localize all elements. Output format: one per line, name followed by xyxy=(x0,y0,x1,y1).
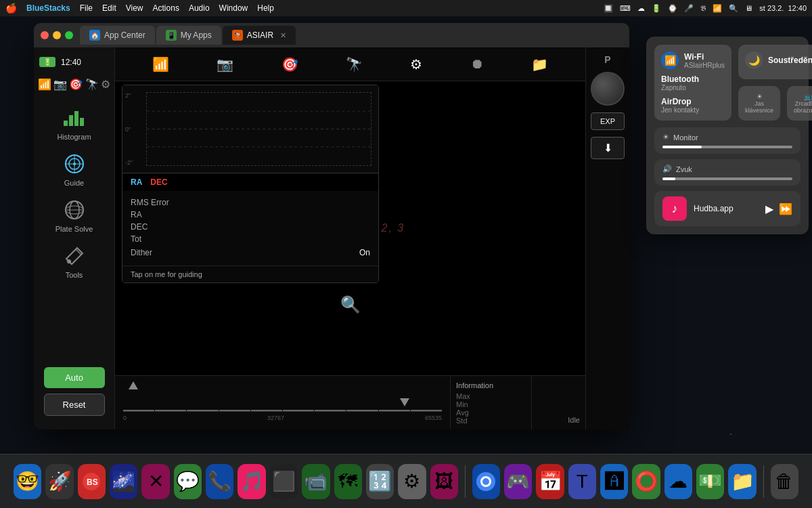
svg-point-8 xyxy=(73,163,76,165)
gear-icon[interactable]: ⚙ xyxy=(101,78,110,91)
menubar-icon-wifi[interactable]: 📶 xyxy=(713,4,722,13)
auto-button[interactable]: Auto xyxy=(44,367,105,388)
dock-facetime[interactable]: 📹 xyxy=(302,464,330,499)
dock-finder[interactable]: 🤓 xyxy=(14,464,41,499)
menubar-icon-screen[interactable]: 🖥 xyxy=(745,4,752,12)
dock-app1[interactable]: BS xyxy=(78,464,106,499)
cc-monitor-row: ☀ Monitor xyxy=(654,127,800,154)
close-button[interactable] xyxy=(41,31,49,39)
toolbar-settings-icon[interactable]: ⚙ xyxy=(410,56,422,72)
play-button[interactable]: ▶ xyxy=(765,203,773,215)
help-menu[interactable]: Help xyxy=(257,3,274,13)
zoom-in-icon[interactable]: 🔍 xyxy=(340,295,361,314)
dock-trash[interactable]: 🗑 xyxy=(771,464,798,499)
sidebar-header: 🔋 12:40 xyxy=(34,54,114,70)
chart-area[interactable] xyxy=(146,92,371,166)
dock-phone[interactable]: 📞 xyxy=(206,464,233,499)
dock-chrome[interactable] xyxy=(472,464,500,499)
dock-calc[interactable]: 🔢 xyxy=(366,464,394,499)
target-icon[interactable]: 🎯 xyxy=(69,78,83,91)
dock-calendar[interactable]: 📅 xyxy=(536,464,564,499)
toolbar-target-icon[interactable]: 🎯 xyxy=(281,56,298,72)
dock-stellarium[interactable]: 🌌 xyxy=(110,464,137,499)
toolbar-scope-icon[interactable]: 🔭 xyxy=(346,56,363,72)
info-max-row: Max xyxy=(456,392,526,400)
hist-label-max: 65535 xyxy=(425,415,442,421)
cc-tile-focus[interactable]: 🌙 Soustředění xyxy=(738,45,812,79)
download-button[interactable]: ⬇ xyxy=(591,137,625,159)
window-titlebar: 🏠 App Center 📱 My Apps 🔭 ASIAIR ✕ xyxy=(34,23,629,47)
dock-appstore[interactable]: 🅰 xyxy=(600,464,628,499)
dock-terminal[interactable]: ⬛ xyxy=(270,464,298,499)
tab-app-center[interactable]: 🏠 App Center xyxy=(80,26,155,45)
menubar-icon-search[interactable]: 🔍 xyxy=(729,4,738,13)
dial-knob[interactable] xyxy=(591,72,625,106)
monitor-slider[interactable] xyxy=(662,146,792,148)
cc-tile-wifi[interactable]: 📶 Wi-Fi ASIairHRplus Bluetooth Zapnuto A… xyxy=(654,45,731,121)
dock-maps[interactable]: 🗺 xyxy=(334,464,362,499)
menubar-icon-bluetooth[interactable]: 𝔅 xyxy=(700,4,706,13)
dock-cashapp[interactable]: 💵 xyxy=(696,464,724,499)
cc-bluetooth-title: Bluetooth xyxy=(661,75,725,84)
info-std-row: Std xyxy=(456,417,526,425)
camera-icon[interactable]: 📷 xyxy=(53,78,67,91)
status-bar: Idle xyxy=(531,376,585,429)
dock-messages[interactable]: 💬 xyxy=(174,464,202,499)
sidebar-item-plate-solve[interactable]: Plate Solve xyxy=(55,198,93,233)
edit-menu[interactable]: Edit xyxy=(102,3,116,13)
file-menu[interactable]: File xyxy=(80,3,93,13)
menubar-icon-1[interactable]: 🔲 xyxy=(604,4,613,13)
tap-guide-text[interactable]: Tap on me for guiding xyxy=(122,266,378,282)
cc-zvuk-title: 🔊 Zvuk xyxy=(662,165,792,173)
dock-music[interactable]: 🎵 xyxy=(238,464,265,499)
toolbar-camera-icon[interactable]: 📷 xyxy=(217,56,233,72)
dock-chrome2[interactable]: ⭕ xyxy=(632,464,660,499)
cc-tile-mirror[interactable]: 📺 Zrcadlení obrazovky xyxy=(787,86,812,121)
tab-asiair[interactable]: 🔭 ASIAIR ✕ xyxy=(223,26,296,45)
maximize-button[interactable] xyxy=(65,31,73,39)
dock-app3[interactable]: 🎮 xyxy=(504,464,532,499)
tab-close-button[interactable]: ✕ xyxy=(280,31,286,40)
sidebar-item-guide[interactable]: Guide xyxy=(62,152,87,187)
ra-row: RA xyxy=(131,209,370,221)
dock-settings[interactable]: ⚙ xyxy=(398,464,426,499)
bluestacks-menu[interactable]: BlueStacks xyxy=(26,3,70,13)
hist-bar xyxy=(187,410,218,411)
zvuk-slider[interactable] xyxy=(662,177,792,180)
telescope-icon[interactable]: 🔭 xyxy=(85,78,99,91)
dock-files[interactable]: 📁 xyxy=(728,464,756,499)
toolbar-folder-icon[interactable]: 📁 xyxy=(531,56,548,72)
guide-nav-icon xyxy=(62,152,87,176)
dock-teams[interactable]: T xyxy=(568,464,596,499)
actions-menu[interactable]: Actions xyxy=(153,3,179,13)
dock-launchpad[interactable]: 🚀 xyxy=(45,464,73,499)
exp-button[interactable]: EXP xyxy=(591,112,625,130)
menubar-icon-watch[interactable]: ⌚ xyxy=(668,4,677,13)
window-menu[interactable]: Window xyxy=(219,3,248,13)
hist-bar xyxy=(411,410,442,411)
dock-app2[interactable]: ✕ xyxy=(141,464,169,499)
cc-tile-brightness[interactable]: ☀ Jas klávesnice xyxy=(738,86,780,121)
dock-icloud[interactable]: ☁ xyxy=(664,464,692,499)
toolbar-wifi-icon[interactable]: 📶 xyxy=(152,56,169,72)
tab-my-apps[interactable]: 📱 My Apps xyxy=(156,26,221,45)
music-app-name: Hudba.app xyxy=(694,204,759,213)
dither-value: On xyxy=(359,248,370,257)
menubar-icon-mic[interactable]: 🎤 xyxy=(684,4,694,13)
fast-forward-button[interactable]: ⏩ xyxy=(779,203,792,215)
apple-menu[interactable]: 🍎 xyxy=(5,3,17,14)
sidebar-item-tools[interactable]: Tools xyxy=(62,244,87,279)
focus-cc-icon: 🌙 xyxy=(745,51,763,69)
menubar-icon-battery[interactable]: 🔋 xyxy=(652,4,661,13)
minimize-button[interactable] xyxy=(53,31,61,39)
menubar-icon-cloud[interactable]: ☁ xyxy=(637,4,645,13)
menubar-icon-2[interactable]: ⌨ xyxy=(620,4,631,13)
sidebar-item-histogram[interactable]: Histogram xyxy=(57,106,91,141)
reset-button[interactable]: Reset xyxy=(44,394,105,416)
toolbar-record-icon[interactable]: ⏺ xyxy=(470,56,484,72)
view-menu[interactable]: View xyxy=(126,3,143,13)
audio-menu[interactable]: Audio xyxy=(189,3,210,13)
dock-photos[interactable]: 🖼 xyxy=(430,464,458,499)
wifi-icon[interactable]: 📶 xyxy=(38,78,51,91)
histogram-area: 0 32767 65535 xyxy=(115,376,450,429)
